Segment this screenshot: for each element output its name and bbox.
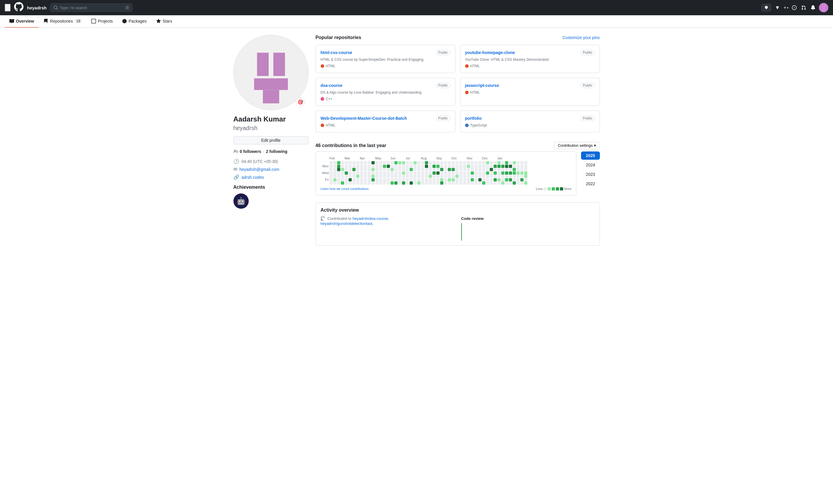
- day-cell[interactable]: [345, 182, 348, 185]
- day-cell[interactable]: [436, 168, 439, 171]
- copilot-button[interactable]: [761, 4, 771, 11]
- day-cell[interactable]: [448, 165, 451, 168]
- day-cell[interactable]: [379, 165, 382, 168]
- day-cell[interactable]: [448, 175, 451, 178]
- day-cell[interactable]: [440, 165, 443, 168]
- day-cell[interactable]: [490, 178, 493, 182]
- day-cell[interactable]: [383, 165, 386, 168]
- day-cell[interactable]: [486, 165, 489, 168]
- day-cell[interactable]: [356, 178, 359, 182]
- day-cell[interactable]: [440, 178, 443, 182]
- day-cell[interactable]: [341, 182, 344, 185]
- day-cell[interactable]: [349, 178, 352, 182]
- day-cell[interactable]: [432, 178, 436, 182]
- day-cell[interactable]: [367, 178, 371, 182]
- day-cell[interactable]: [509, 171, 512, 175]
- day-cell[interactable]: [429, 178, 432, 182]
- edit-profile-button[interactable]: Edit profile: [233, 136, 309, 144]
- day-cell[interactable]: [329, 171, 333, 175]
- day-cell[interactable]: [352, 171, 356, 175]
- day-cell[interactable]: [402, 178, 405, 182]
- day-cell[interactable]: [440, 175, 443, 178]
- day-cell[interactable]: [494, 178, 497, 182]
- tab-repositories[interactable]: Repositories 18: [39, 15, 87, 28]
- day-cell[interactable]: [429, 168, 432, 171]
- day-cell[interactable]: [394, 175, 398, 178]
- day-cell[interactable]: [509, 175, 512, 178]
- day-cell[interactable]: [478, 161, 481, 164]
- day-cell[interactable]: [394, 165, 398, 168]
- day-cell[interactable]: [410, 175, 413, 178]
- day-cell[interactable]: [413, 171, 416, 175]
- day-cell[interactable]: [337, 171, 340, 175]
- day-cell[interactable]: [452, 171, 455, 175]
- day-cell[interactable]: [429, 175, 432, 178]
- day-cell[interactable]: [459, 171, 462, 175]
- day-cell[interactable]: [497, 161, 501, 164]
- day-cell[interactable]: [467, 182, 470, 185]
- learn-contributions-link[interactable]: Learn how we count contributions: [320, 187, 369, 191]
- day-cell[interactable]: [406, 175, 409, 178]
- day-cell[interactable]: [375, 175, 379, 178]
- day-cell[interactable]: [360, 175, 363, 178]
- day-cell[interactable]: [463, 165, 466, 168]
- day-cell[interactable]: [421, 168, 424, 171]
- day-cell[interactable]: [364, 178, 367, 182]
- day-cell[interactable]: [432, 175, 436, 178]
- day-cell[interactable]: [375, 178, 379, 182]
- day-cell[interactable]: [398, 161, 401, 164]
- day-cell[interactable]: [356, 161, 359, 164]
- day-cell[interactable]: [352, 168, 356, 171]
- day-cell[interactable]: [390, 168, 394, 171]
- day-cell[interactable]: [478, 182, 481, 185]
- day-cell[interactable]: [390, 182, 394, 185]
- day-cell[interactable]: [520, 182, 524, 185]
- day-cell[interactable]: [360, 161, 363, 164]
- day-cell[interactable]: [524, 168, 527, 171]
- day-cell[interactable]: [482, 165, 485, 168]
- day-cell[interactable]: [349, 165, 352, 168]
- day-cell[interactable]: [475, 178, 478, 182]
- day-cell[interactable]: [413, 175, 416, 178]
- day-cell[interactable]: [345, 178, 348, 182]
- day-cell[interactable]: [505, 182, 508, 185]
- day-cell[interactable]: [436, 182, 439, 185]
- day-cell[interactable]: [337, 178, 340, 182]
- followers-count[interactable]: 0 followers: [240, 149, 261, 154]
- day-cell[interactable]: [379, 182, 382, 185]
- day-cell[interactable]: [356, 175, 359, 178]
- repo-name[interactable]: html-css-course: [320, 50, 352, 55]
- new-button[interactable]: + ▾: [784, 5, 788, 10]
- day-cell[interactable]: [345, 161, 348, 164]
- day-cell[interactable]: [345, 168, 348, 171]
- day-cell[interactable]: [364, 182, 367, 185]
- day-cell[interactable]: [467, 161, 470, 164]
- day-cell[interactable]: [524, 165, 527, 168]
- day-cell[interactable]: [505, 168, 508, 171]
- day-cell[interactable]: [440, 161, 443, 164]
- day-cell[interactable]: [452, 165, 455, 168]
- day-cell[interactable]: [333, 171, 336, 175]
- day-cell[interactable]: [349, 168, 352, 171]
- day-cell[interactable]: [501, 161, 504, 164]
- day-cell[interactable]: [463, 182, 466, 185]
- day-cell[interactable]: [425, 168, 428, 171]
- day-cell[interactable]: [383, 168, 386, 171]
- day-cell[interactable]: [329, 178, 333, 182]
- repo-name[interactable]: Web-Development-Master-Course-dot-Batch: [320, 116, 407, 121]
- day-cell[interactable]: [410, 165, 413, 168]
- day-cell[interactable]: [494, 161, 497, 164]
- day-cell[interactable]: [345, 171, 348, 175]
- day-cell[interactable]: [413, 182, 416, 185]
- day-cell[interactable]: [352, 178, 356, 182]
- year-button-2022[interactable]: 2022: [581, 179, 600, 188]
- day-cell[interactable]: [387, 171, 390, 175]
- day-cell[interactable]: [452, 175, 455, 178]
- day-cell[interactable]: [425, 182, 428, 185]
- day-cell[interactable]: [478, 165, 481, 168]
- day-cell[interactable]: [513, 168, 516, 171]
- day-cell[interactable]: [333, 182, 336, 185]
- day-cell[interactable]: [329, 165, 333, 168]
- day-cell[interactable]: [520, 165, 524, 168]
- day-cell[interactable]: [440, 168, 443, 171]
